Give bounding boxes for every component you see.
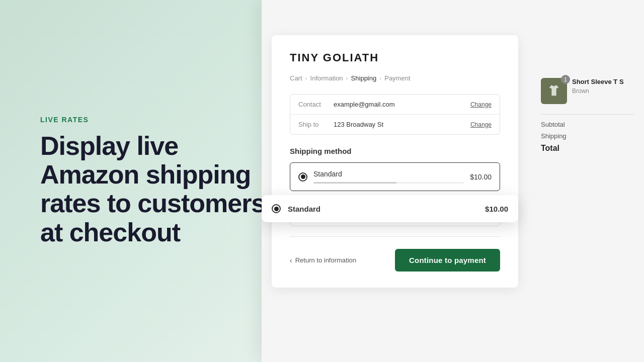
breadcrumb-information[interactable]: Information bbox=[310, 74, 343, 82]
order-item: 1 Short Sleeve T S Brown bbox=[541, 78, 634, 104]
ship-to-label: Ship to bbox=[298, 121, 334, 128]
item-variant: Brown bbox=[572, 87, 634, 95]
order-summary-sidebar: 1 Short Sleeve T S Brown Subtotal Shippi… bbox=[541, 78, 634, 157]
breadcrumb-cart[interactable]: Cart bbox=[290, 74, 302, 82]
total-label: Total bbox=[541, 144, 559, 153]
checkout-panel: TINY GOLIATH Cart › Information › Shippi… bbox=[262, 0, 644, 362]
ship-to-row: Ship to 123 Broadway St Change bbox=[290, 115, 500, 134]
left-content: LIVE RATES Display live Amazon shipping … bbox=[40, 116, 265, 247]
tshirt-icon bbox=[547, 84, 561, 98]
continue-to-payment-button[interactable]: Continue to payment bbox=[395, 249, 500, 272]
store-name: TINY GOLIATH bbox=[290, 51, 500, 64]
selected-shipping-card: Standard $10.00 bbox=[262, 195, 518, 222]
breadcrumb-sep1: › bbox=[305, 75, 307, 82]
option-standard-details: Standard bbox=[313, 170, 464, 184]
order-totals: Subtotal Shipping Total bbox=[541, 114, 634, 153]
headline-line4: at checkout bbox=[40, 217, 180, 246]
selected-radio-icon bbox=[272, 204, 281, 213]
subtotal-label: Subtotal bbox=[541, 121, 565, 128]
ship-to-value: 123 Broadway St bbox=[334, 121, 470, 128]
loading-bar bbox=[313, 182, 464, 184]
breadcrumb-sep3: › bbox=[379, 75, 381, 82]
checkout-form: TINY GOLIATH Cart › Information › Shippi… bbox=[272, 35, 518, 288]
live-rates-label: LIVE RATES bbox=[40, 116, 265, 124]
breadcrumb-sep2: › bbox=[346, 75, 348, 82]
item-image: 1 bbox=[541, 78, 567, 104]
headline-line2: Amazon shipping bbox=[40, 160, 251, 189]
selected-option-price: $10.00 bbox=[485, 205, 508, 213]
ship-to-change-link[interactable]: Change bbox=[470, 121, 492, 128]
item-badge: 1 bbox=[561, 75, 570, 84]
back-link-label: Return to information bbox=[295, 256, 356, 264]
selected-option-name: Standard bbox=[288, 205, 478, 213]
total-row: Total bbox=[541, 144, 634, 153]
selected-option-details: Standard bbox=[288, 205, 478, 213]
option-standard-price: $10.00 bbox=[470, 173, 492, 181]
breadcrumb: Cart › Information › Shipping › Payment bbox=[290, 74, 500, 82]
headline: Display live Amazon shipping rates to cu… bbox=[40, 132, 265, 247]
contact-row: Contact example@gmail.com Change bbox=[290, 95, 500, 115]
back-chevron-icon: ‹ bbox=[290, 256, 292, 264]
headline-line3: rates to customers bbox=[40, 189, 265, 218]
contact-value: example@gmail.com bbox=[334, 101, 470, 108]
contact-change-link[interactable]: Change bbox=[470, 101, 492, 108]
footer-actions: ‹ Return to information Continue to paym… bbox=[290, 249, 500, 272]
contact-info-section: Contact example@gmail.com Change Ship to… bbox=[290, 94, 500, 135]
radio-standard[interactable] bbox=[298, 172, 307, 182]
breadcrumb-shipping[interactable]: Shipping bbox=[351, 74, 377, 82]
shipping-option-standard[interactable]: Standard $10.00 bbox=[290, 162, 500, 191]
headline-line1: Display live bbox=[40, 131, 178, 160]
breadcrumb-payment[interactable]: Payment bbox=[384, 74, 410, 82]
contact-label: Contact bbox=[298, 101, 334, 108]
back-to-information-link[interactable]: ‹ Return to information bbox=[290, 256, 356, 264]
shipping-label: Shipping bbox=[541, 132, 567, 140]
subtotal-row: Subtotal bbox=[541, 121, 634, 128]
loading-bar-fill bbox=[313, 182, 396, 184]
item-info: Short Sleeve T S Brown bbox=[572, 78, 634, 95]
shipping-row: Shipping bbox=[541, 132, 634, 140]
item-name: Short Sleeve T S bbox=[572, 78, 634, 86]
footer-divider bbox=[290, 236, 500, 237]
shipping-method-title: Shipping method bbox=[290, 147, 500, 155]
option-standard-name: Standard bbox=[313, 170, 464, 178]
